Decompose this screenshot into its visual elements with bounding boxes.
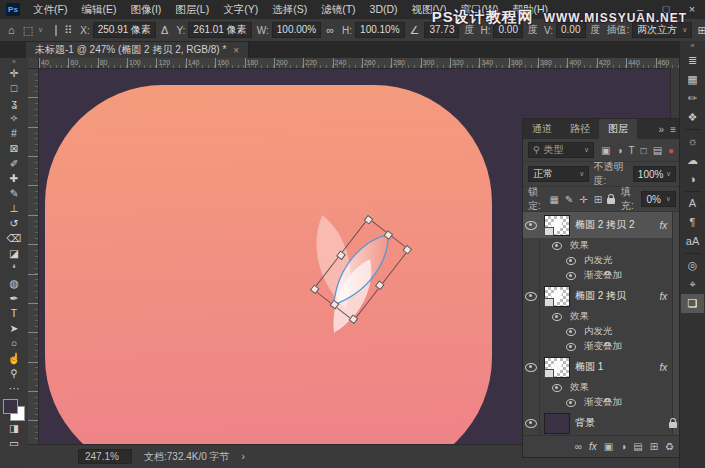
reference-point-grid-icon[interactable]: ⠿: [61, 24, 75, 37]
character-icon[interactable]: A: [681, 194, 704, 213]
lasso-tool-icon[interactable]: ʓ: [2, 96, 26, 111]
maximize-button[interactable]: □: [653, 0, 679, 19]
eye-icon[interactable]: [525, 292, 537, 301]
effect-row[interactable]: 内发光: [523, 324, 681, 339]
brush-settings-icon[interactable]: ✏: [681, 89, 704, 108]
lock-transparent-icon[interactable]: ▦: [548, 194, 559, 205]
layer-row-3[interactable]: 背景: [523, 410, 681, 435]
opacity-select[interactable]: 100% ∨: [633, 166, 676, 182]
layer-thumbnail[interactable]: [544, 413, 570, 434]
delete-layer-icon[interactable]: ♻: [665, 441, 674, 452]
quick-mask-icon[interactable]: ◨: [2, 421, 26, 436]
filter-pixel-icon[interactable]: ▣: [600, 145, 611, 156]
relative-position-icon[interactable]: Δ: [158, 24, 171, 36]
close-tab-icon[interactable]: ×: [233, 45, 239, 56]
menu-item-file[interactable]: 文件(F): [26, 3, 74, 15]
lock-artboard-icon[interactable]: ⊞: [593, 194, 603, 205]
effects-header-row[interactable]: 效果: [523, 309, 681, 324]
filter-type-icon[interactable]: T: [628, 145, 636, 156]
add-layer-mask-icon[interactable]: ▣: [604, 441, 613, 452]
effect-row[interactable]: 渐变叠加: [523, 339, 681, 354]
filter-toggle-icon[interactable]: ●: [667, 145, 675, 156]
x-input[interactable]: 250.91 像素: [93, 22, 156, 38]
new-layer-icon[interactable]: ⊞: [650, 441, 658, 452]
panel-expand-icon[interactable]: »: [659, 124, 665, 135]
panel-menu-icon[interactable]: ≡: [670, 124, 676, 135]
width-input[interactable]: 100.00%: [272, 22, 321, 38]
lock-position-icon[interactable]: ✛: [578, 194, 588, 205]
blur-tool-icon[interactable]: ❛: [2, 261, 26, 276]
layer-fx-icon[interactable]: fx: [659, 291, 667, 302]
eye-icon[interactable]: [525, 221, 537, 230]
layer-row-2[interactable]: 椭圆 1fx^: [523, 354, 681, 380]
interpolation-select[interactable]: 两次立方 ∨: [632, 22, 692, 38]
lock-all-icon[interactable]: [607, 198, 615, 204]
frame-tool-icon[interactable]: ⊠: [2, 141, 26, 156]
document-tab[interactable]: 未标题-1 @ 247% (椭圆 2 拷贝 2, RGB/8) * ×: [26, 42, 249, 58]
swatches-icon[interactable]: ❖: [681, 108, 704, 127]
eraser-tool-icon[interactable]: ⌫: [2, 231, 26, 246]
reference-point-checkbox[interactable]: [55, 25, 57, 36]
layer-thumbnail[interactable]: [544, 286, 570, 307]
paragraph-icon[interactable]: ¶: [681, 213, 704, 232]
height-input[interactable]: 100.10%: [355, 22, 404, 38]
link-layers-icon[interactable]: ∞: [575, 441, 582, 452]
layer-row-0[interactable]: 椭圆 2 拷贝 2fx^: [523, 212, 681, 238]
menu-item-layer[interactable]: 图层(L): [168, 3, 216, 15]
path-selection-tool-icon[interactable]: ➤: [2, 321, 26, 336]
status-arrow-icon[interactable]: ›: [242, 451, 245, 462]
menu-item-3d[interactable]: 3D(D): [363, 3, 405, 15]
hskew-input[interactable]: 0.00: [493, 22, 522, 38]
hand-tool-icon[interactable]: ☝: [2, 351, 26, 366]
blend-mode-select[interactable]: 正常 ∨: [528, 166, 589, 182]
menu-item-type[interactable]: 文字(Y): [216, 3, 265, 15]
eyedropper-tool-icon[interactable]: ✐: [2, 156, 26, 171]
dodge-tool-icon[interactable]: ◍: [2, 276, 26, 291]
layer-row-1[interactable]: 椭圆 2 拷贝fx^: [523, 283, 681, 309]
effect-row[interactable]: 内发光: [523, 253, 681, 268]
layer-fx-icon[interactable]: fx: [659, 220, 667, 231]
layer-filter-select[interactable]: ⚲ 类型 ∨: [528, 142, 594, 158]
menu-item-image[interactable]: 图像(I): [123, 3, 168, 15]
layer-fx-icon[interactable]: fx: [659, 362, 667, 373]
eye-icon[interactable]: [566, 257, 576, 265]
menu-item-window[interactable]: 窗口(W): [454, 3, 506, 15]
panel-tab-channels[interactable]: 通道: [523, 119, 561, 139]
glyphs-icon[interactable]: aA: [681, 232, 704, 251]
quick-selection-tool-icon[interactable]: ✧: [2, 111, 26, 126]
effects-header-row[interactable]: 效果: [523, 380, 681, 395]
menu-item-edit[interactable]: 编辑(E): [74, 3, 123, 15]
screen-mode-icon[interactable]: ▭: [2, 436, 26, 451]
menu-item-select[interactable]: 选择(S): [265, 3, 314, 15]
eye-icon[interactable]: [566, 399, 576, 407]
learn-icon[interactable]: ☼: [681, 132, 704, 151]
panel-tab-paths[interactable]: 路径: [561, 119, 599, 139]
maintain-aspect-link-icon[interactable]: ∞: [323, 24, 337, 36]
effect-row[interactable]: 渐变叠加: [523, 268, 681, 283]
zoom-level-field[interactable]: 247.1%: [78, 449, 132, 464]
minimize-button[interactable]: –: [627, 0, 653, 19]
foreground-color-swatch[interactable]: [3, 399, 18, 414]
panel-tab-layers[interactable]: 图层: [599, 119, 637, 139]
move-tool-icon[interactable]: ✛: [2, 66, 26, 81]
menu-item-filter[interactable]: 滤镜(T): [314, 3, 362, 15]
filter-smart-object-icon[interactable]: ▤: [652, 145, 663, 156]
new-adjustment-layer-icon[interactable]: ◑: [620, 441, 626, 452]
close-button[interactable]: ×: [679, 0, 705, 19]
more-tools-tool-icon[interactable]: ⋯: [2, 381, 26, 396]
pen-tool-icon[interactable]: ✒: [2, 291, 26, 306]
effects-header-row[interactable]: 效果: [523, 238, 681, 253]
menu-item-view[interactable]: 视图(V): [405, 3, 454, 15]
history-brush-tool-icon[interactable]: ↺: [2, 216, 26, 231]
effect-row[interactable]: 渐变叠加: [523, 395, 681, 410]
eye-icon[interactable]: [552, 384, 562, 392]
color-icon[interactable]: ▦: [681, 70, 704, 89]
zoom-tool-icon[interactable]: ⚲: [2, 366, 26, 381]
fill-select[interactable]: 0% ∨: [641, 191, 676, 207]
tool-preset-caret-icon[interactable]: ∨: [38, 26, 43, 34]
brush-tool-icon[interactable]: ✎: [2, 186, 26, 201]
eye-icon[interactable]: [552, 242, 562, 250]
dock-collapse-icon[interactable]: «: [690, 41, 694, 51]
properties-icon[interactable]: ≣: [681, 51, 704, 70]
layer-thumbnail[interactable]: [544, 357, 570, 378]
